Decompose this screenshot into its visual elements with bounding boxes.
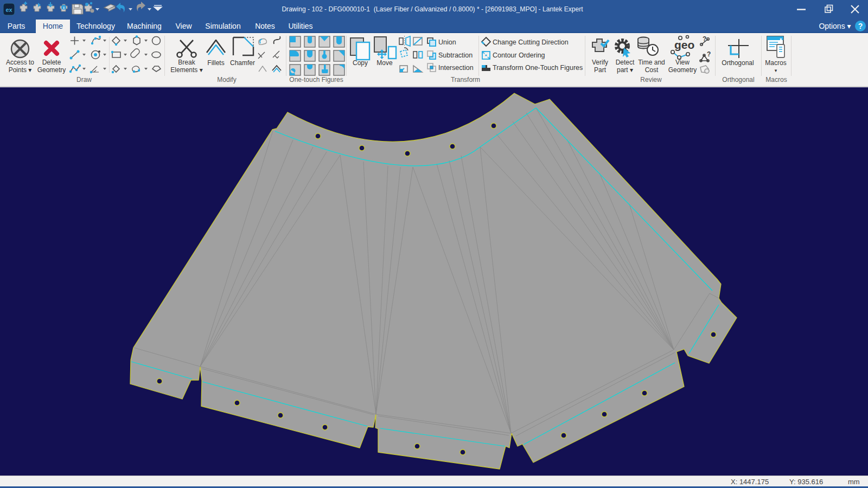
svg-text:geo: geo: [674, 38, 694, 51]
svg-text:?: ?: [703, 35, 706, 43]
svg-text:ex: ex: [5, 7, 12, 13]
svg-text:?: ?: [858, 22, 863, 30]
svg-text:i: i: [63, 5, 64, 10]
svg-text:?: ?: [707, 50, 711, 58]
